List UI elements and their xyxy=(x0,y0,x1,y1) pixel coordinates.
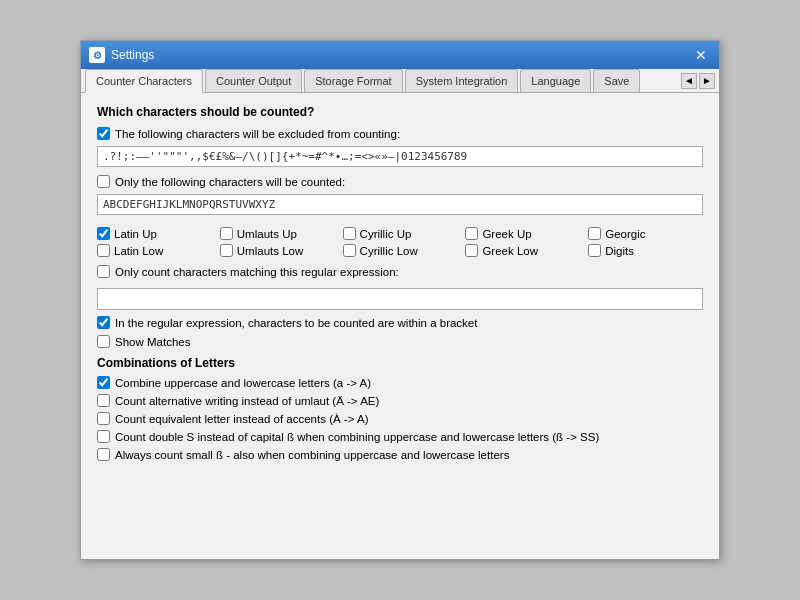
combinations-title: Combinations of Letters xyxy=(97,356,703,370)
tab-save[interactable]: Save xyxy=(593,69,640,92)
window-icon: ⚙ xyxy=(89,47,105,63)
combo-item-3: Count double S instead of capital ß when… xyxy=(97,430,703,443)
only-row: Only the following characters will be co… xyxy=(97,175,703,188)
umlauts-up-checkbox[interactable] xyxy=(220,227,233,240)
tab-prev-button[interactable]: ◄ xyxy=(681,73,697,89)
umlauts-up-item: Umlauts Up xyxy=(220,227,335,240)
greek-up-checkbox[interactable] xyxy=(465,227,478,240)
combo-0-checkbox[interactable] xyxy=(97,376,110,389)
bracket-label[interactable]: In the regular expression, characters to… xyxy=(115,317,477,329)
umlauts-up-label[interactable]: Umlauts Up xyxy=(237,228,297,240)
exclude-row: The following characters will be exclude… xyxy=(97,127,703,140)
window-title: Settings xyxy=(111,48,154,62)
tab-counter-characters[interactable]: Counter Characters xyxy=(85,69,203,93)
latin-low-checkbox[interactable] xyxy=(97,244,110,257)
tab-counter-output[interactable]: Counter Output xyxy=(205,69,302,92)
close-button[interactable]: ✕ xyxy=(691,48,711,62)
digits-item: Digits xyxy=(588,244,703,257)
greek-low-label[interactable]: Greek Low xyxy=(482,245,538,257)
latin-low-item: Latin Low xyxy=(97,244,212,257)
combo-1-label[interactable]: Count alternative writing instead of uml… xyxy=(115,395,379,407)
content-area: Which characters should be counted? The … xyxy=(81,93,719,478)
combo-2-label[interactable]: Count equivalent letter instead of accen… xyxy=(115,413,368,425)
umlauts-low-item: Umlauts Low xyxy=(220,244,335,257)
latin-up-label[interactable]: Latin Up xyxy=(114,228,157,240)
combo-4-label[interactable]: Always count small ß - also when combini… xyxy=(115,449,509,461)
tab-navigation: ◄ ► xyxy=(681,73,715,89)
title-bar-left: ⚙ Settings xyxy=(89,47,154,63)
georgic-item: Georgic xyxy=(588,227,703,240)
combo-1-checkbox[interactable] xyxy=(97,394,110,407)
combo-item-2: Count equivalent letter instead of accen… xyxy=(97,412,703,425)
georgic-checkbox[interactable] xyxy=(588,227,601,240)
exclude-label[interactable]: The following characters will be exclude… xyxy=(115,128,400,140)
regex-input[interactable] xyxy=(97,288,703,310)
digits-label[interactable]: Digits xyxy=(605,245,634,257)
cyrillic-low-checkbox[interactable] xyxy=(343,244,356,257)
exclude-input[interactable] xyxy=(97,146,703,167)
combo-item-4: Always count small ß - also when combini… xyxy=(97,448,703,461)
greek-up-item: Greek Up xyxy=(465,227,580,240)
char-checkboxes-grid: Latin Up Umlauts Up Cyrillic Up Greek Up… xyxy=(97,227,703,257)
show-matches-checkbox[interactable] xyxy=(97,335,110,348)
cyrillic-up-item: Cyrillic Up xyxy=(343,227,458,240)
tab-next-button[interactable]: ► xyxy=(699,73,715,89)
title-bar: ⚙ Settings ✕ xyxy=(81,41,719,69)
combo-0-label[interactable]: Combine uppercase and lowercase letters … xyxy=(115,377,371,389)
latin-low-label[interactable]: Latin Low xyxy=(114,245,163,257)
only-input[interactable] xyxy=(97,194,703,215)
combo-3-label[interactable]: Count double S instead of capital ß when… xyxy=(115,431,599,443)
tab-system-integration[interactable]: System Integration xyxy=(405,69,519,92)
greek-low-checkbox[interactable] xyxy=(465,244,478,257)
latin-up-item: Latin Up xyxy=(97,227,212,240)
digits-checkbox[interactable] xyxy=(588,244,601,257)
umlauts-low-label[interactable]: Umlauts Low xyxy=(237,245,303,257)
only-checkbox[interactable] xyxy=(97,175,110,188)
only-label[interactable]: Only the following characters will be co… xyxy=(115,176,345,188)
regex-label[interactable]: Only count characters matching this regu… xyxy=(115,266,399,278)
tab-language[interactable]: Language xyxy=(520,69,591,92)
bracket-checkbox[interactable] xyxy=(97,316,110,329)
combo-2-checkbox[interactable] xyxy=(97,412,110,425)
show-matches-label[interactable]: Show Matches xyxy=(115,336,190,348)
settings-window: ⚙ Settings ✕ Counter Characters Counter … xyxy=(80,40,720,560)
combo-item-0: Combine uppercase and lowercase letters … xyxy=(97,376,703,389)
bracket-row: In the regular expression, characters to… xyxy=(97,316,703,329)
combo-item-1: Count alternative writing instead of uml… xyxy=(97,394,703,407)
greek-low-item: Greek Low xyxy=(465,244,580,257)
cyrillic-low-item: Cyrillic Low xyxy=(343,244,458,257)
section-title: Which characters should be counted? xyxy=(97,105,703,119)
georgic-label[interactable]: Georgic xyxy=(605,228,645,240)
cyrillic-up-label[interactable]: Cyrillic Up xyxy=(360,228,412,240)
combo-4-checkbox[interactable] xyxy=(97,448,110,461)
exclude-checkbox[interactable] xyxy=(97,127,110,140)
cyrillic-up-checkbox[interactable] xyxy=(343,227,356,240)
regex-row: Only count characters matching this regu… xyxy=(97,265,703,278)
show-matches-row: Show Matches xyxy=(97,335,703,348)
tab-bar: Counter Characters Counter Output Storag… xyxy=(81,69,719,93)
umlauts-low-checkbox[interactable] xyxy=(220,244,233,257)
regex-checkbox[interactable] xyxy=(97,265,110,278)
cyrillic-low-label[interactable]: Cyrillic Low xyxy=(360,245,418,257)
greek-up-label[interactable]: Greek Up xyxy=(482,228,531,240)
latin-up-checkbox[interactable] xyxy=(97,227,110,240)
combo-3-checkbox[interactable] xyxy=(97,430,110,443)
tab-storage-format[interactable]: Storage Format xyxy=(304,69,402,92)
